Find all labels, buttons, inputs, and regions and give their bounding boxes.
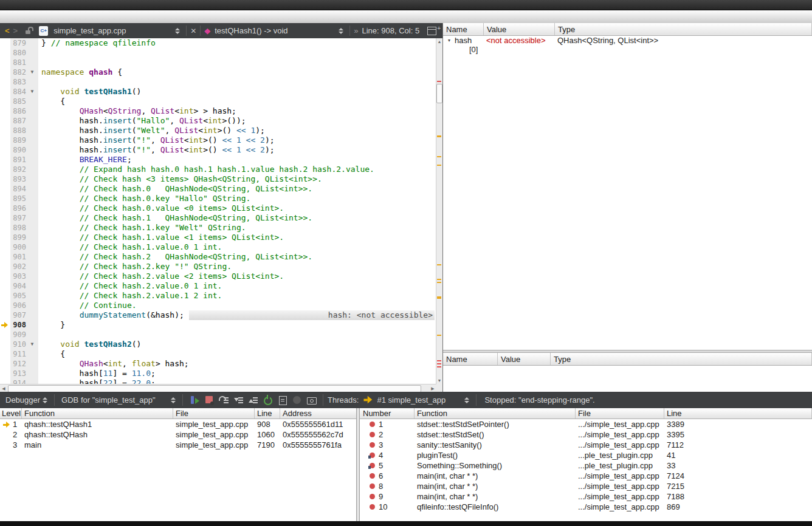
back-icon[interactable]: < — [5, 26, 10, 35]
breakpoint-row[interactable]: 10qfileinfo::testQFileInfo().../simple_t… — [360, 502, 812, 512]
stack-row[interactable]: 2qhash::testQHashsimple_test_app.cpp1060… — [0, 429, 357, 440]
watch-column-name[interactable]: Name — [443, 353, 498, 365]
locals-column-value[interactable]: Value — [484, 23, 555, 35]
stack-column-address[interactable]: Address — [280, 408, 357, 418]
editor-gutter[interactable]: 893 — [10, 174, 38, 184]
code-line[interactable]: 893 // Check hash <3 items> QHash<QStrin… — [0, 174, 436, 184]
editor-gutter[interactable]: 895 — [10, 194, 38, 203]
breakpoint-row[interactable]: 5Something::Something()...ple_test_plugi… — [360, 460, 812, 471]
code-line[interactable]: 903 // Check hash.2.value <2 items> QLis… — [0, 272, 436, 281]
code-line[interactable]: 907 dummyStatement(&hash);hash: <not acc… — [0, 310, 436, 320]
breakpoint-margin[interactable] — [0, 301, 10, 310]
editor-gutter[interactable]: 913 — [10, 369, 38, 378]
code-line[interactable]: 913 hash[11] = 11.0; — [0, 369, 436, 378]
breakpoint-margin[interactable] — [0, 242, 10, 252]
code-line[interactable]: 880 — [0, 48, 436, 58]
editor-vertical-scrollbar[interactable]: ▲ ▼ — [436, 38, 442, 384]
editor-gutter[interactable]: 907 — [10, 310, 38, 320]
code-line[interactable]: 898 // Check hash.1.key "Welt" QString. — [0, 223, 436, 233]
stack-column-function[interactable]: Function — [22, 408, 173, 418]
vertical-scrollbar-thumb[interactable] — [436, 84, 442, 103]
breakpoint-margin[interactable] — [0, 87, 10, 97]
breakpoint-margin[interactable] — [0, 369, 10, 378]
code-line[interactable]: 891 BREAK_HERE; — [0, 155, 436, 165]
stack-row[interactable]: 3mainsimple_test_app.cpp71900x5555555761… — [0, 440, 357, 450]
breakpoint-margin[interactable] — [0, 281, 10, 291]
code-line[interactable]: 909 — [0, 330, 436, 340]
editor-gutter[interactable]: 894 — [10, 184, 38, 194]
code-line[interactable]: 908 } — [0, 320, 436, 330]
stack-column-level[interactable]: Level — [0, 408, 22, 418]
scroll-down-icon[interactable]: ▼ — [436, 377, 442, 384]
breakpoint-margin[interactable] — [0, 272, 10, 281]
code-line[interactable]: 884▼ void testQHash1() — [0, 87, 436, 97]
log-icon[interactable] — [276, 394, 289, 406]
code-line[interactable]: 911 { — [0, 349, 436, 359]
editor-gutter[interactable]: 897 — [10, 213, 38, 223]
code-line[interactable]: 905 // Check hash.2.value.1 2 int. — [0, 291, 436, 301]
code-line[interactable]: 889 hash.insert("!", QList<int>() << 1 <… — [0, 135, 436, 145]
breakpoint-margin[interactable] — [0, 252, 10, 262]
thread-selector[interactable]: #1 simple_test_app — [377, 395, 462, 405]
breakpoint-margin[interactable] — [0, 38, 10, 48]
locals-row[interactable]: ▾hash<not accessible>QHash<QString, QLis… — [443, 36, 812, 45]
code-line[interactable]: 885 { — [0, 97, 436, 106]
debugger-updown-icon[interactable] — [43, 397, 47, 403]
editor-gutter[interactable]: 914 — [10, 378, 38, 384]
code-line[interactable]: 879} // namespace qfileinfo — [0, 38, 436, 48]
breakpoint-margin[interactable] — [0, 330, 10, 340]
editor-gutter[interactable]: 902 — [10, 262, 38, 272]
restart-icon[interactable] — [261, 394, 274, 406]
breakpoint-margin[interactable] — [0, 174, 10, 184]
breakpoint-margin[interactable] — [0, 349, 10, 359]
editor-gutter[interactable]: 901 — [10, 252, 38, 262]
locals-row[interactable]: [0] — [443, 45, 812, 54]
breakpoint-row[interactable]: 4pluginTest()...ple_test_plugin.cpp41 — [360, 450, 812, 460]
engine-selector[interactable]: GDB for "simple_test_app" — [61, 395, 168, 405]
editor-gutter[interactable]: 888 — [10, 126, 38, 135]
code-line[interactable]: 886 QHash<QString, QList<int> > hash; — [0, 106, 436, 116]
code-editor[interactable]: 879} // namespace qfileinfo880881882▼nam… — [0, 38, 436, 384]
breakpoint-margin[interactable] — [0, 116, 10, 126]
forward-icon[interactable]: > — [13, 26, 18, 35]
expand-toggle-icon[interactable]: ▾ — [448, 38, 450, 43]
window-titlebar[interactable] — [0, 0, 812, 10]
breakpoint-margin[interactable] — [0, 233, 10, 242]
breakpoint-margin[interactable] — [0, 213, 10, 223]
breakpoint-row[interactable]: 9main(int, char * *).../simple_test_app.… — [360, 491, 812, 502]
editor-gutter[interactable]: 911 — [10, 349, 38, 359]
code-line[interactable]: 914 hash[22] = 22.0; — [0, 378, 436, 384]
breakpoint-margin[interactable] — [0, 340, 10, 349]
editor-horizontal-scrollbar[interactable]: ◀ ▶ — [0, 384, 436, 392]
engine-updown-icon[interactable] — [171, 397, 176, 403]
editor-gutter[interactable]: 899 — [10, 233, 38, 242]
code-line[interactable]: 881 — [0, 58, 436, 67]
breakpoint-margin[interactable] — [0, 291, 10, 301]
document-updown-icon[interactable] — [175, 28, 180, 34]
code-line[interactable]: 895 // Check hash.0.key "Hallo" QString. — [0, 194, 436, 203]
step-over-icon[interactable] — [218, 394, 230, 406]
code-line[interactable]: 901 // Check hash.2 QHashNode<QString, Q… — [0, 252, 436, 262]
code-line[interactable]: 904 // Check hash.2.value.0 1 int. — [0, 281, 436, 291]
editor-gutter[interactable]: 912 — [10, 359, 38, 369]
interrupt-icon[interactable] — [203, 394, 216, 406]
editor-gutter[interactable]: 879 — [10, 38, 38, 48]
open-document-selector[interactable]: simple_test_app.cpp — [53, 26, 173, 35]
editor-gutter[interactable]: 908 — [10, 320, 38, 330]
step-into-icon[interactable] — [232, 394, 245, 406]
fold-marker-icon[interactable]: ▼ — [26, 340, 38, 349]
breakpoint-margin[interactable] — [0, 165, 10, 174]
code-line[interactable]: 882▼namespace qhash { — [0, 67, 436, 77]
close-document-icon[interactable] — [190, 26, 196, 35]
fold-marker-icon[interactable]: ▼ — [26, 67, 38, 77]
stack-row[interactable]: 1qhash::testQHash1simple_test_app.cpp908… — [0, 419, 357, 429]
editor-gutter[interactable]: 891 — [10, 155, 38, 165]
code-line[interactable]: 906 // Continue. — [0, 301, 436, 310]
breakpoint-margin[interactable] — [0, 67, 10, 77]
editor-gutter[interactable]: 889 — [10, 135, 38, 145]
breakpoint-margin[interactable] — [0, 194, 10, 203]
editor-gutter[interactable]: 896 — [10, 203, 38, 213]
thread-updown-icon[interactable] — [464, 397, 469, 403]
code-line[interactable]: 897 // Check hash.1 QHashNode<QString, Q… — [0, 213, 436, 223]
editor-gutter[interactable]: 904 — [10, 281, 38, 291]
